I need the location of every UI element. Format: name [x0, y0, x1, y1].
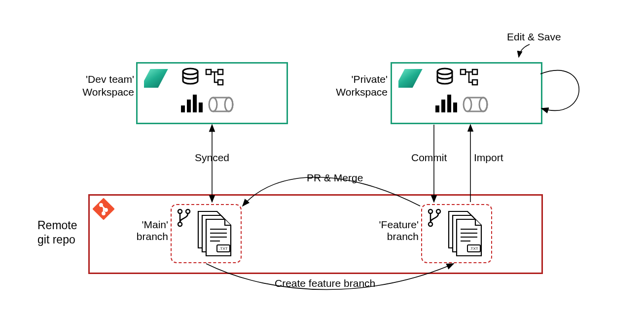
pr-merge-arrow	[243, 177, 420, 207]
arrows-overlay	[0, 0, 644, 310]
edit-save-loop	[540, 70, 579, 110]
create-feature-arrow	[206, 264, 454, 290]
edit-save-label-tick	[519, 44, 530, 57]
